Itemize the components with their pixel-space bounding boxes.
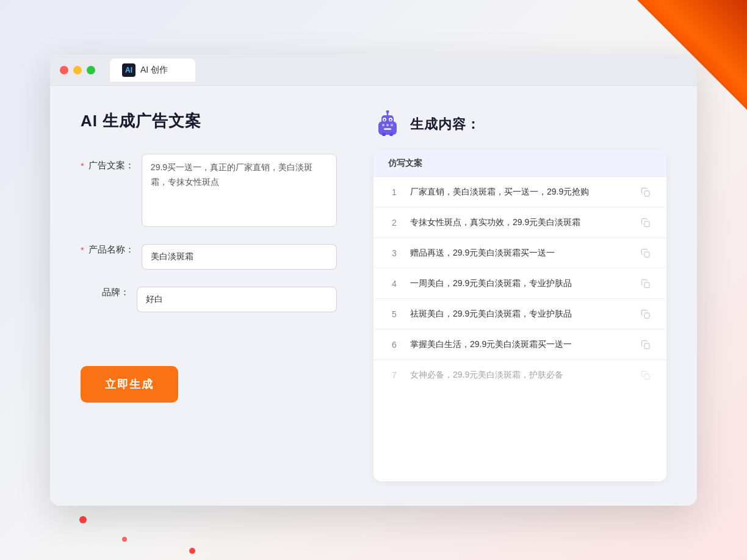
ad-copy-row: * 广告文案： [81, 154, 337, 227]
result-text: 祛斑美白，29.9元美白淡斑霜，专业护肤品 [410, 307, 630, 320]
result-num: 4 [388, 279, 400, 289]
result-num: 1 [388, 187, 400, 197]
copy-icon[interactable] [640, 278, 652, 290]
result-num: 7 [388, 370, 400, 380]
copy-icon[interactable] [640, 339, 652, 351]
result-item: 4 一周美白，29.9元美白淡斑霜，专业护肤品 [374, 268, 666, 299]
svg-rect-19 [644, 343, 649, 349]
result-item: 5 祛斑美白，29.9元美白淡斑霜，专业护肤品 [374, 299, 666, 329]
result-container: 仿写文案 1 厂家直销，美白淡斑霜，买一送一，29.9元抢购 2 专抹女性斑点，… [374, 151, 666, 481]
copy-icon[interactable] [640, 308, 652, 320]
product-name-input[interactable] [142, 244, 337, 270]
browser-tab[interactable]: AI AI 创作 [110, 59, 195, 82]
result-num: 3 [388, 248, 400, 258]
content-area: AI 生成广告文案 * 广告文案： * 产品名称： 品牌 [50, 86, 697, 506]
result-title: 生成内容： [410, 115, 480, 134]
ad-copy-textarea[interactable] [142, 154, 337, 227]
ad-copy-label: 广告文案： [85, 160, 134, 171]
svg-point-10 [386, 124, 389, 126]
product-required: * [81, 245, 84, 255]
brand-row: 品牌： [81, 287, 337, 312]
svg-rect-15 [644, 221, 649, 227]
svg-rect-18 [644, 313, 649, 318]
svg-point-3 [386, 110, 389, 113]
svg-point-9 [382, 124, 384, 126]
result-table-header: 仿写文案 [374, 151, 666, 177]
result-list: 1 厂家直销，美白淡斑霜，买一送一，29.9元抢购 2 专抹女性斑点，真实功效，… [374, 177, 666, 390]
right-panel: 生成内容： 仿写文案 1 厂家直销，美白淡斑霜，买一送一，29.9元抢购 2 专… [374, 110, 666, 481]
left-panel: AI 生成广告文案 * 广告文案： * 产品名称： 品牌 [81, 110, 337, 481]
result-item: 6 掌握美白生活，29.9元美白淡斑霜买一送一 [374, 329, 666, 360]
page-title: AI 生成广告文案 [81, 110, 337, 132]
result-item: 7 女神必备，29.9元美白淡斑霜，护肤必备 [374, 360, 666, 390]
robot-icon [374, 110, 402, 138]
svg-point-7 [390, 119, 392, 121]
result-header: 生成内容： [374, 110, 666, 138]
copy-icon[interactable] [640, 217, 652, 229]
browser-window: AI AI 创作 AI 生成广告文案 * 广告文案： * 产品名称： [50, 54, 697, 506]
tab-title: AI 创作 [140, 65, 168, 76]
window-controls [60, 66, 95, 74]
result-item: 1 厂家直销，美白淡斑霜，买一送一，29.9元抢购 [374, 177, 666, 207]
svg-rect-14 [644, 191, 649, 196]
dot-decoration-3 [189, 548, 195, 554]
close-button[interactable] [60, 66, 68, 74]
result-text: 赠品再送，29.9元美白淡斑霜买一送一 [410, 246, 630, 259]
product-name-label: 产品名称： [85, 244, 134, 256]
maximize-button[interactable] [87, 66, 95, 74]
ad-copy-required: * [81, 160, 84, 171]
result-text: 厂家直销，美白淡斑霜，买一送一，29.9元抢购 [410, 185, 630, 198]
result-item: 2 专抹女性斑点，真实功效，29.9元美白淡斑霜 [374, 207, 666, 238]
svg-rect-20 [644, 374, 649, 379]
brand-input[interactable] [137, 287, 337, 312]
result-text: 女神必备，29.9元美白淡斑霜，护肤必备 [410, 368, 630, 381]
result-text: 一周美白，29.9元美白淡斑霜，专业护肤品 [410, 277, 630, 290]
svg-point-11 [391, 124, 393, 126]
svg-rect-13 [389, 133, 393, 136]
copy-icon[interactable] [640, 247, 652, 259]
svg-rect-16 [644, 252, 649, 257]
result-num: 5 [388, 309, 400, 319]
result-text: 掌握美白生活，29.9元美白淡斑霜买一送一 [410, 338, 630, 351]
copy-icon[interactable] [640, 369, 652, 381]
generate-button[interactable]: 立即生成 [81, 366, 178, 403]
svg-rect-17 [644, 282, 649, 288]
product-name-row: * 产品名称： [81, 244, 337, 270]
result-item: 3 赠品再送，29.9元美白淡斑霜买一送一 [374, 238, 666, 268]
copy-icon[interactable] [640, 186, 652, 198]
result-num: 6 [388, 340, 400, 350]
result-text: 专抹女性斑点，真实功效，29.9元美白淡斑霜 [410, 216, 630, 229]
result-num: 2 [388, 218, 400, 228]
tab-icon: AI [122, 63, 135, 77]
brand-label: 品牌： [81, 287, 129, 298]
svg-rect-12 [382, 133, 386, 136]
svg-rect-8 [384, 128, 391, 130]
dot-decoration-2 [122, 537, 127, 542]
minimize-button[interactable] [73, 66, 82, 74]
svg-point-6 [384, 119, 386, 121]
dot-decoration-1 [79, 516, 87, 523]
title-bar: AI AI 创作 [50, 54, 697, 86]
